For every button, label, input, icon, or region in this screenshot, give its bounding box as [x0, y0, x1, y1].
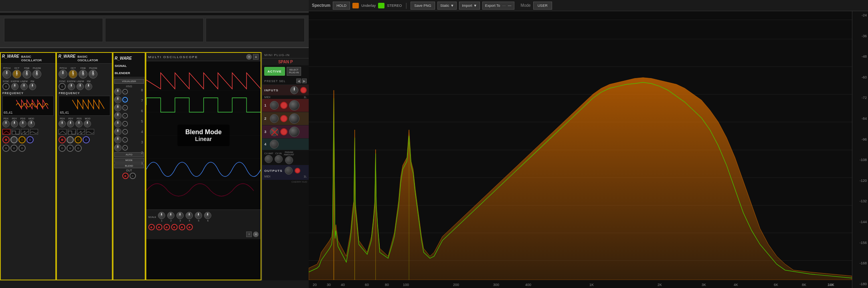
preset-prev-btn[interactable]: ◀ [296, 79, 301, 83]
osc1-saw-btn[interactable] [21, 129, 29, 135]
osc1-cv3-jack[interactable] [18, 145, 26, 152]
osc2-pds-knob[interactable] [75, 120, 83, 127]
osc2-sine-btn[interactable] [86, 129, 94, 135]
osc1-pitch-knob[interactable] [2, 70, 11, 79]
blender-visualizer-btn[interactable]: VISUALIZER [114, 79, 144, 84]
osc2-linfm-knob[interactable] [77, 83, 84, 90]
osc1-oct-knob[interactable]: 2 [12, 70, 21, 79]
blender-ch8-jack[interactable] [122, 89, 128, 95]
osc2-out1-jack[interactable] [59, 136, 66, 143]
osc1-out3-jack[interactable] [18, 136, 26, 143]
ch2-level-knob[interactable] [270, 114, 279, 123]
osc1-pds-knob[interactable] [19, 120, 26, 127]
select-plugin-button[interactable]: SELECTPLUG-IN [287, 67, 301, 76]
inputs-knob[interactable] [290, 86, 298, 94]
osc2-saw-btn[interactable] [77, 129, 85, 135]
outputs-knob[interactable] [285, 167, 293, 175]
export-dropdown[interactable]: Export To — --- [482, 2, 514, 10]
osc2-expfm-knob[interactable] [68, 83, 75, 90]
active-button[interactable]: ACTIVE [264, 67, 285, 76]
param-amount-knob[interactable] [285, 156, 293, 164]
blender-ch3-knob[interactable] [114, 128, 121, 135]
ch4-level-knob[interactable] [270, 140, 279, 149]
osc-bottom-add-btn[interactable]: + [246, 232, 252, 237]
osc1-out2-jack[interactable] [10, 136, 18, 143]
blender-ch5-knob[interactable] [114, 112, 121, 119]
osc1-phase-knob[interactable]: 0 [32, 70, 41, 79]
osc-bottom-close-btn[interactable]: × [253, 232, 259, 237]
osc2-out4-jack[interactable] [83, 136, 90, 143]
osc1-out4-jack[interactable] [26, 136, 34, 143]
blender-ch5-jack[interactable] [122, 113, 128, 119]
ch1-btn-red[interactable] [280, 102, 287, 109]
ch2-extra-knob[interactable] [289, 113, 299, 124]
osc-jack-2[interactable] [156, 224, 162, 230]
osc2-cv2-jack[interactable] [67, 145, 74, 152]
ch3-btn-red[interactable] [280, 128, 287, 135]
osc1-pdx-knob[interactable] [2, 120, 10, 127]
blender-ch6-jack[interactable] [122, 105, 128, 111]
osc-jack-5[interactable] [179, 224, 185, 230]
osc2-pdx-knob[interactable] [59, 120, 66, 127]
osc1-square-btn[interactable] [12, 129, 20, 135]
osc-jack-6[interactable] [186, 224, 193, 230]
blender-ch2-jack[interactable] [122, 137, 128, 143]
hold-button[interactable]: HOLD [333, 2, 350, 10]
osc-scale-5-knob[interactable] [195, 212, 202, 219]
osc2-mod-knob[interactable] [84, 120, 91, 127]
osc1-mod-knob[interactable] [28, 120, 35, 127]
osc-jack-1[interactable] [148, 224, 155, 230]
blender-ch7-jack[interactable] [122, 97, 128, 103]
ch3-level-knob[interactable] [270, 127, 279, 136]
cv-amt-knob[interactable] [265, 155, 273, 163]
osc2-square-btn[interactable] [68, 129, 76, 135]
osc1-sync-jack[interactable] [2, 83, 10, 90]
osc1-cv1-jack[interactable] [2, 145, 10, 152]
osc2-phase-knob[interactable]: 0 [89, 70, 97, 79]
ch2-btn-red[interactable] [280, 115, 287, 122]
osc-close-btn[interactable]: × [246, 54, 252, 60]
ch1-level-knob[interactable] [270, 101, 279, 110]
osc1-out1-jack[interactable] [2, 136, 10, 143]
blender-blend-btn[interactable]: BLEND [114, 163, 144, 168]
osc-jack-3[interactable] [164, 224, 170, 230]
blender-ch1-knob[interactable] [114, 144, 121, 151]
blender-ch6-knob[interactable] [114, 104, 121, 111]
osc-jack-4[interactable] [171, 224, 178, 230]
cv-in-knob[interactable] [275, 155, 283, 163]
blender-out1-jack[interactable] [122, 173, 129, 179]
import-dropdown[interactable]: Import ▼ [459, 2, 480, 10]
osc2-fine-knob[interactable]: 0 [79, 70, 87, 79]
osc1-fine-knob[interactable]: 0 [22, 70, 31, 79]
inputs-btn-red[interactable] [300, 87, 307, 93]
osc1-pm-knob[interactable] [29, 83, 36, 90]
osc1-tri-btn[interactable] [2, 129, 10, 135]
osc2-pitch-knob[interactable] [59, 70, 67, 79]
static-dropdown[interactable]: Static ▼ [437, 2, 457, 10]
blender-ch4-jack[interactable] [122, 121, 128, 127]
blender-ch2-knob[interactable] [114, 136, 121, 143]
osc2-cv3-jack[interactable] [75, 145, 82, 152]
osc-scale-2-knob[interactable] [167, 212, 174, 219]
osc1-sine-btn[interactable] [30, 129, 38, 135]
osc-scale-1-knob[interactable] [158, 212, 165, 219]
blender-ch1-jack[interactable] [122, 145, 128, 151]
osc1-pdy-knob[interactable] [11, 120, 18, 127]
blender-ch3-jack[interactable] [122, 129, 128, 135]
osc1-cv2-jack[interactable] [10, 145, 18, 152]
blender-mode-btn[interactable]: MODE [114, 158, 144, 163]
osc2-out2-jack[interactable] [67, 136, 74, 143]
osc2-oct-knob[interactable]: 2 [69, 70, 77, 79]
osc2-cv1-jack[interactable] [59, 145, 66, 152]
blender-ch7-knob[interactable] [114, 96, 121, 103]
ch1-extra-knob[interactable] [289, 100, 299, 111]
osc-scale-3-knob[interactable] [176, 212, 184, 219]
blender-ch4-knob[interactable] [114, 120, 121, 127]
blender-ch8-knob[interactable] [114, 88, 121, 95]
preset-next-btn[interactable]: ▶ [302, 79, 307, 83]
osc-add-btn[interactable]: + [253, 54, 259, 60]
blender-out2-jack[interactable] [129, 173, 136, 179]
osc2-sync-jack[interactable] [59, 83, 66, 90]
osc2-pdy-knob[interactable] [67, 120, 74, 127]
osc2-tri-btn[interactable] [59, 129, 67, 135]
